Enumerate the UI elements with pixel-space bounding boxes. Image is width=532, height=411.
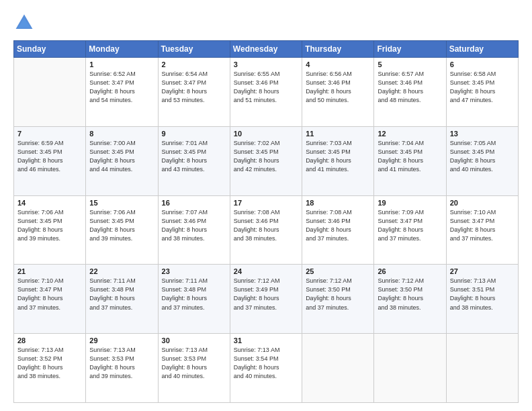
calendar-cell: 9Sunrise: 7:01 AM Sunset: 3:45 PM Daylig… [158, 126, 230, 195]
week-row-4: 21Sunrise: 7:10 AM Sunset: 3:47 PM Dayli… [14, 265, 519, 334]
calendar-cell: 16Sunrise: 7:07 AM Sunset: 3:46 PM Dayli… [158, 195, 230, 265]
day-number: 29 [89, 336, 154, 345]
day-number: 19 [378, 199, 442, 207]
day-number: 2 [162, 60, 226, 68]
day-number: 10 [234, 130, 298, 138]
day-header-tuesday: Tuesday [158, 41, 230, 58]
day-info: Sunrise: 7:03 AM Sunset: 3:45 PM Dayligh… [306, 139, 370, 174]
day-info: Sunrise: 7:02 AM Sunset: 3:45 PM Dayligh… [234, 139, 298, 174]
day-number: 4 [306, 60, 370, 68]
day-number: 15 [89, 199, 154, 207]
page: SundayMondayTuesdayWednesdayThursdayFrid… [0, 0, 532, 411]
calendar-table: SundayMondayTuesdayWednesdayThursdayFrid… [13, 40, 519, 403]
calendar-cell [14, 58, 86, 127]
day-number: 28 [17, 336, 82, 345]
week-row-2: 7Sunrise: 6:59 AM Sunset: 3:45 PM Daylig… [14, 126, 519, 195]
day-number: 11 [306, 130, 370, 138]
day-info: Sunrise: 6:59 AM Sunset: 3:45 PM Dayligh… [17, 139, 82, 174]
day-info: Sunrise: 7:13 AM Sunset: 3:51 PM Dayligh… [450, 277, 515, 312]
day-info: Sunrise: 7:08 AM Sunset: 3:46 PM Dayligh… [306, 208, 370, 243]
calendar-cell: 15Sunrise: 7:06 AM Sunset: 3:45 PM Dayli… [86, 195, 158, 265]
day-info: Sunrise: 7:07 AM Sunset: 3:46 PM Dayligh… [162, 208, 226, 243]
calendar-cell: 8Sunrise: 7:00 AM Sunset: 3:45 PM Daylig… [86, 126, 158, 195]
calendar-cell: 31Sunrise: 7:13 AM Sunset: 3:54 PM Dayli… [230, 334, 302, 403]
day-number: 17 [234, 199, 298, 207]
day-number: 7 [17, 130, 82, 138]
day-info: Sunrise: 7:13 AM Sunset: 3:53 PM Dayligh… [162, 346, 226, 381]
calendar-cell [446, 334, 518, 403]
day-info: Sunrise: 6:56 AM Sunset: 3:46 PM Dayligh… [306, 70, 370, 105]
calendar-cell: 19Sunrise: 7:09 AM Sunset: 3:47 PM Dayli… [374, 195, 446, 265]
day-header-monday: Monday [86, 41, 158, 58]
calendar-cell: 30Sunrise: 7:13 AM Sunset: 3:53 PM Dayli… [158, 334, 230, 403]
day-info: Sunrise: 7:09 AM Sunset: 3:47 PM Dayligh… [378, 208, 442, 243]
day-info: Sunrise: 6:58 AM Sunset: 3:45 PM Dayligh… [450, 70, 515, 105]
day-info: Sunrise: 6:55 AM Sunset: 3:46 PM Dayligh… [234, 70, 298, 105]
day-info: Sunrise: 7:13 AM Sunset: 3:52 PM Dayligh… [17, 346, 82, 381]
day-info: Sunrise: 7:00 AM Sunset: 3:45 PM Dayligh… [89, 139, 154, 174]
calendar-cell: 17Sunrise: 7:08 AM Sunset: 3:46 PM Dayli… [230, 195, 302, 265]
day-number: 24 [234, 267, 298, 275]
day-number: 16 [162, 199, 226, 207]
day-info: Sunrise: 7:13 AM Sunset: 3:54 PM Dayligh… [234, 346, 298, 381]
calendar-cell: 21Sunrise: 7:10 AM Sunset: 3:47 PM Dayli… [14, 265, 86, 334]
calendar-cell [302, 334, 374, 403]
calendar-cell: 23Sunrise: 7:11 AM Sunset: 3:48 PM Dayli… [158, 265, 230, 334]
calendar-cell: 5Sunrise: 6:57 AM Sunset: 3:46 PM Daylig… [374, 58, 446, 127]
calendar-cell: 27Sunrise: 7:13 AM Sunset: 3:51 PM Dayli… [446, 265, 518, 334]
calendar-cell: 6Sunrise: 6:58 AM Sunset: 3:45 PM Daylig… [446, 58, 518, 127]
day-info: Sunrise: 7:11 AM Sunset: 3:48 PM Dayligh… [162, 277, 226, 312]
day-info: Sunrise: 7:08 AM Sunset: 3:46 PM Dayligh… [234, 208, 298, 243]
day-number: 20 [450, 199, 515, 207]
calendar-cell: 14Sunrise: 7:06 AM Sunset: 3:45 PM Dayli… [14, 195, 86, 265]
calendar-cell: 29Sunrise: 7:13 AM Sunset: 3:53 PM Dayli… [86, 334, 158, 403]
day-number: 6 [450, 60, 515, 68]
day-header-friday: Friday [374, 41, 446, 58]
calendar-cell: 10Sunrise: 7:02 AM Sunset: 3:45 PM Dayli… [230, 126, 302, 195]
week-row-1: 1Sunrise: 6:52 AM Sunset: 3:47 PM Daylig… [14, 58, 519, 127]
week-row-5: 28Sunrise: 7:13 AM Sunset: 3:52 PM Dayli… [14, 334, 519, 403]
logo [13, 12, 38, 34]
calendar-cell: 20Sunrise: 7:10 AM Sunset: 3:47 PM Dayli… [446, 195, 518, 265]
calendar-cell: 3Sunrise: 6:55 AM Sunset: 3:46 PM Daylig… [230, 58, 302, 127]
day-info: Sunrise: 6:57 AM Sunset: 3:46 PM Dayligh… [378, 70, 442, 105]
day-number: 23 [162, 267, 226, 275]
day-number: 25 [306, 267, 370, 275]
calendar-cell: 28Sunrise: 7:13 AM Sunset: 3:52 PM Dayli… [14, 334, 86, 403]
day-info: Sunrise: 6:52 AM Sunset: 3:47 PM Dayligh… [89, 70, 154, 105]
day-number: 31 [234, 336, 298, 345]
calendar-cell: 25Sunrise: 7:12 AM Sunset: 3:50 PM Dayli… [302, 265, 374, 334]
day-header-wednesday: Wednesday [230, 41, 302, 58]
calendar-cell: 1Sunrise: 6:52 AM Sunset: 3:47 PM Daylig… [86, 58, 158, 127]
calendar-cell: 24Sunrise: 7:12 AM Sunset: 3:49 PM Dayli… [230, 265, 302, 334]
calendar-cell: 4Sunrise: 6:56 AM Sunset: 3:46 PM Daylig… [302, 58, 374, 127]
day-number: 5 [378, 60, 442, 68]
header [13, 12, 519, 34]
day-info: Sunrise: 7:12 AM Sunset: 3:50 PM Dayligh… [306, 277, 370, 312]
day-number: 13 [450, 130, 515, 138]
calendar-header-row: SundayMondayTuesdayWednesdayThursdayFrid… [14, 41, 519, 58]
day-info: Sunrise: 7:06 AM Sunset: 3:45 PM Dayligh… [17, 208, 82, 243]
calendar-cell: 12Sunrise: 7:04 AM Sunset: 3:45 PM Dayli… [374, 126, 446, 195]
day-info: Sunrise: 7:10 AM Sunset: 3:47 PM Dayligh… [17, 277, 82, 312]
calendar-cell: 22Sunrise: 7:11 AM Sunset: 3:48 PM Dayli… [86, 265, 158, 334]
calendar-cell: 13Sunrise: 7:05 AM Sunset: 3:45 PM Dayli… [446, 126, 518, 195]
day-number: 18 [306, 199, 370, 207]
day-number: 22 [89, 267, 154, 275]
day-info: Sunrise: 6:54 AM Sunset: 3:47 PM Dayligh… [162, 70, 226, 105]
day-number: 1 [89, 60, 154, 68]
day-info: Sunrise: 7:01 AM Sunset: 3:45 PM Dayligh… [162, 139, 226, 174]
week-row-3: 14Sunrise: 7:06 AM Sunset: 3:45 PM Dayli… [14, 195, 519, 265]
calendar-cell [374, 334, 446, 403]
day-info: Sunrise: 7:12 AM Sunset: 3:50 PM Dayligh… [378, 277, 442, 312]
day-header-sunday: Sunday [14, 41, 86, 58]
day-info: Sunrise: 7:13 AM Sunset: 3:53 PM Dayligh… [89, 346, 154, 381]
day-header-saturday: Saturday [446, 41, 518, 58]
day-number: 14 [17, 199, 82, 207]
day-number: 21 [17, 267, 82, 275]
day-number: 30 [162, 336, 226, 345]
logo-icon [13, 12, 35, 34]
day-info: Sunrise: 7:11 AM Sunset: 3:48 PM Dayligh… [89, 277, 154, 312]
day-info: Sunrise: 7:12 AM Sunset: 3:49 PM Dayligh… [234, 277, 298, 312]
day-number: 26 [378, 267, 442, 275]
